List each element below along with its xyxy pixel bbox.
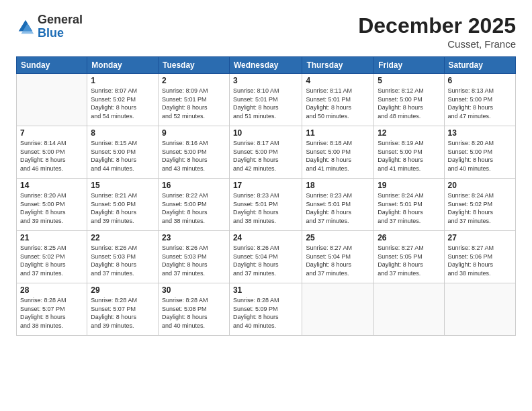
calendar-cell: 22Sunrise: 8:26 AMSunset: 5:03 PMDayligh… — [87, 231, 159, 283]
day-info: Sunrise: 8:24 AMSunset: 5:02 PMDaylight:… — [448, 191, 512, 225]
day-info: Sunrise: 8:19 AMSunset: 5:00 PMDaylight:… — [378, 139, 440, 173]
calendar-cell: 10Sunrise: 8:17 AMSunset: 5:00 PMDayligh… — [229, 126, 302, 179]
calendar-cell: 31Sunrise: 8:28 AMSunset: 5:09 PMDayligh… — [229, 283, 302, 336]
calendar-header-sunday: Sunday — [17, 57, 87, 74]
calendar-cell: 16Sunrise: 8:22 AMSunset: 5:00 PMDayligh… — [158, 179, 229, 231]
day-info: Sunrise: 8:28 AMSunset: 5:09 PMDaylight:… — [233, 296, 298, 330]
day-number: 17 — [233, 181, 298, 190]
calendar-cell: 19Sunrise: 8:24 AMSunset: 5:01 PMDayligh… — [374, 179, 444, 231]
day-number: 19 — [378, 181, 440, 190]
calendar-cell: 4Sunrise: 8:11 AMSunset: 5:01 PMDaylight… — [302, 74, 374, 126]
calendar-cell: 17Sunrise: 8:23 AMSunset: 5:01 PMDayligh… — [229, 179, 302, 231]
day-info: Sunrise: 8:12 AMSunset: 5:00 PMDaylight:… — [378, 87, 440, 120]
logo-icon — [16, 17, 35, 36]
day-info: Sunrise: 8:09 AMSunset: 5:01 PMDaylight:… — [162, 87, 226, 120]
calendar-cell: 18Sunrise: 8:23 AMSunset: 5:01 PMDayligh… — [302, 179, 374, 231]
calendar-cell: 14Sunrise: 8:20 AMSunset: 5:00 PMDayligh… — [17, 179, 87, 231]
calendar-cell: 20Sunrise: 8:24 AMSunset: 5:02 PMDayligh… — [444, 179, 515, 231]
calendar-cell: 5Sunrise: 8:12 AMSunset: 5:00 PMDaylight… — [374, 74, 444, 126]
calendar-cell: 8Sunrise: 8:15 AMSunset: 5:00 PMDaylight… — [87, 126, 159, 179]
calendar-header-thursday: Thursday — [302, 57, 374, 74]
day-number: 5 — [378, 76, 440, 85]
calendar-cell: 1Sunrise: 8:07 AMSunset: 5:02 PMDaylight… — [87, 74, 159, 126]
day-info: Sunrise: 8:26 AMSunset: 5:03 PMDaylight:… — [162, 244, 226, 277]
day-number: 11 — [306, 128, 370, 138]
day-info: Sunrise: 8:27 AMSunset: 5:05 PMDaylight:… — [378, 244, 440, 277]
day-info: Sunrise: 8:20 AMSunset: 5:00 PMDaylight:… — [448, 139, 512, 173]
day-number: 16 — [162, 181, 226, 190]
day-info: Sunrise: 8:28 AMSunset: 5:07 PMDaylight:… — [20, 296, 83, 330]
day-number: 8 — [91, 128, 154, 138]
day-number: 31 — [233, 285, 298, 295]
day-info: Sunrise: 8:13 AMSunset: 5:00 PMDaylight:… — [448, 87, 512, 120]
calendar-cell: 15Sunrise: 8:21 AMSunset: 5:00 PMDayligh… — [87, 179, 159, 231]
calendar-cell — [302, 283, 374, 336]
calendar-cell: 24Sunrise: 8:26 AMSunset: 5:04 PMDayligh… — [229, 231, 302, 283]
day-info: Sunrise: 8:24 AMSunset: 5:01 PMDaylight:… — [378, 191, 440, 225]
calendar-cell: 2Sunrise: 8:09 AMSunset: 5:01 PMDaylight… — [158, 74, 229, 126]
calendar-cell — [17, 74, 87, 126]
week-row-5: 28Sunrise: 8:28 AMSunset: 5:07 PMDayligh… — [17, 283, 516, 336]
calendar-header-wednesday: Wednesday — [229, 57, 302, 74]
day-number: 21 — [20, 233, 83, 242]
day-info: Sunrise: 8:26 AMSunset: 5:03 PMDaylight:… — [91, 244, 154, 277]
location: Cusset, France — [358, 38, 516, 50]
calendar-cell: 21Sunrise: 8:25 AMSunset: 5:02 PMDayligh… — [17, 231, 87, 283]
calendar-header-tuesday: Tuesday — [158, 57, 229, 74]
day-info: Sunrise: 8:23 AMSunset: 5:01 PMDaylight:… — [233, 191, 298, 225]
week-row-4: 21Sunrise: 8:25 AMSunset: 5:02 PMDayligh… — [17, 231, 516, 283]
day-number: 12 — [378, 128, 440, 138]
day-info: Sunrise: 8:27 AMSunset: 5:06 PMDaylight:… — [448, 244, 512, 277]
day-number: 30 — [162, 285, 226, 295]
day-number: 18 — [306, 181, 370, 190]
day-number: 28 — [20, 285, 83, 295]
page: General Blue December 2025 Cusset, Franc… — [0, 0, 532, 411]
day-number: 20 — [448, 181, 512, 190]
logo: General Blue — [16, 13, 83, 40]
calendar-cell: 25Sunrise: 8:27 AMSunset: 5:04 PMDayligh… — [302, 231, 374, 283]
calendar-cell: 3Sunrise: 8:10 AMSunset: 5:01 PMDaylight… — [229, 74, 302, 126]
calendar-header-monday: Monday — [87, 57, 159, 74]
title-block: December 2025 Cusset, France — [358, 13, 516, 50]
day-info: Sunrise: 8:11 AMSunset: 5:01 PMDaylight:… — [306, 87, 370, 120]
calendar-header-friday: Friday — [374, 57, 444, 74]
week-row-2: 7Sunrise: 8:14 AMSunset: 5:00 PMDaylight… — [17, 126, 516, 179]
day-number: 7 — [20, 128, 83, 138]
day-info: Sunrise: 8:22 AMSunset: 5:00 PMDaylight:… — [162, 191, 226, 225]
calendar-cell — [374, 283, 444, 336]
day-info: Sunrise: 8:21 AMSunset: 5:00 PMDaylight:… — [91, 191, 154, 225]
day-number: 9 — [162, 128, 226, 138]
calendar-cell: 29Sunrise: 8:28 AMSunset: 5:07 PMDayligh… — [87, 283, 159, 336]
day-info: Sunrise: 8:07 AMSunset: 5:02 PMDaylight:… — [91, 87, 154, 120]
logo-general: General — [38, 13, 83, 27]
calendar-cell: 27Sunrise: 8:27 AMSunset: 5:06 PMDayligh… — [444, 231, 515, 283]
day-info: Sunrise: 8:17 AMSunset: 5:00 PMDaylight:… — [233, 139, 298, 173]
day-number: 29 — [91, 285, 154, 295]
day-info: Sunrise: 8:23 AMSunset: 5:01 PMDaylight:… — [306, 191, 370, 225]
day-info: Sunrise: 8:16 AMSunset: 5:00 PMDaylight:… — [162, 139, 226, 173]
day-info: Sunrise: 8:10 AMSunset: 5:01 PMDaylight:… — [233, 87, 298, 120]
day-number: 3 — [233, 76, 298, 85]
calendar-header-row: SundayMondayTuesdayWednesdayThursdayFrid… — [17, 57, 516, 74]
logo-blue: Blue — [38, 27, 83, 40]
logo-text: General Blue — [38, 13, 83, 40]
day-number: 13 — [448, 128, 512, 138]
calendar-cell — [444, 283, 515, 336]
calendar-cell: 9Sunrise: 8:16 AMSunset: 5:00 PMDaylight… — [158, 126, 229, 179]
calendar-cell: 28Sunrise: 8:28 AMSunset: 5:07 PMDayligh… — [17, 283, 87, 336]
week-row-3: 14Sunrise: 8:20 AMSunset: 5:00 PMDayligh… — [17, 179, 516, 231]
day-number: 10 — [233, 128, 298, 138]
day-info: Sunrise: 8:25 AMSunset: 5:02 PMDaylight:… — [20, 244, 83, 277]
day-info: Sunrise: 8:20 AMSunset: 5:00 PMDaylight:… — [20, 191, 83, 225]
calendar-cell: 23Sunrise: 8:26 AMSunset: 5:03 PMDayligh… — [158, 231, 229, 283]
calendar-cell: 7Sunrise: 8:14 AMSunset: 5:00 PMDaylight… — [17, 126, 87, 179]
calendar-cell: 26Sunrise: 8:27 AMSunset: 5:05 PMDayligh… — [374, 231, 444, 283]
day-info: Sunrise: 8:27 AMSunset: 5:04 PMDaylight:… — [306, 244, 370, 277]
day-info: Sunrise: 8:26 AMSunset: 5:04 PMDaylight:… — [233, 244, 298, 277]
calendar-cell: 11Sunrise: 8:18 AMSunset: 5:00 PMDayligh… — [302, 126, 374, 179]
day-number: 2 — [162, 76, 226, 85]
day-number: 4 — [306, 76, 370, 85]
day-number: 14 — [20, 181, 83, 190]
week-row-1: 1Sunrise: 8:07 AMSunset: 5:02 PMDaylight… — [17, 74, 516, 126]
day-number: 6 — [448, 76, 512, 85]
